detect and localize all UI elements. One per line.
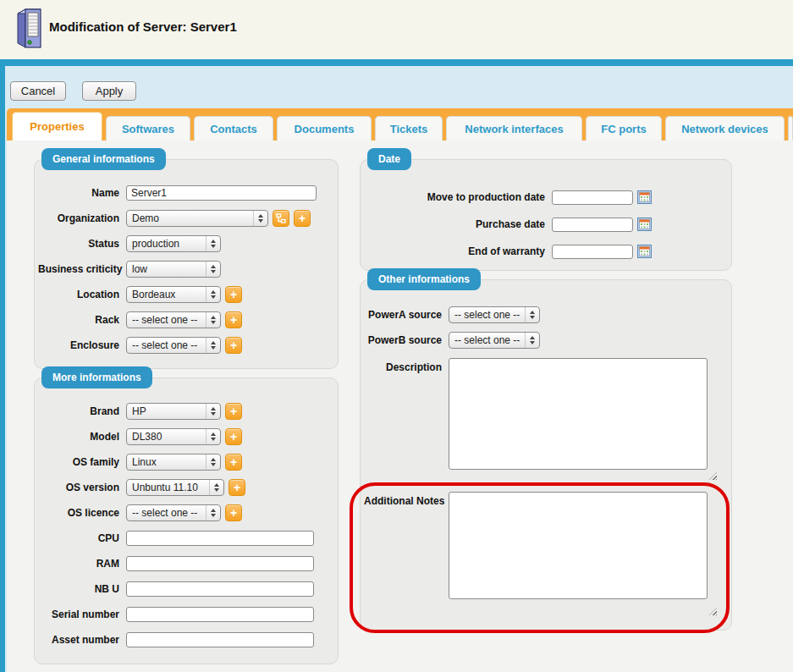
organization-hierarchy-button[interactable] xyxy=(273,210,289,227)
field-row-ram: RAM xyxy=(35,551,338,576)
field-row-brand: Brand HP + xyxy=(35,399,338,424)
tab-network-devices[interactable]: Network devices xyxy=(665,116,785,140)
add-brand-button[interactable]: + xyxy=(225,403,242,420)
nb-u-input[interactable] xyxy=(126,581,314,597)
field-row-os-version: OS version Unbuntu 11.10 + xyxy=(35,475,338,500)
field-label: Move to production date xyxy=(364,191,552,203)
fieldset-date: Date Move to production date Purchase da… xyxy=(360,159,732,271)
field-row-model: Model DL380 + xyxy=(35,424,338,449)
field-row-serial-number: Serial number xyxy=(35,602,338,627)
asset-number-input[interactable] xyxy=(126,632,314,647)
field-row-business-criticity: Business criticity low xyxy=(35,256,338,282)
tab-partial[interactable] xyxy=(788,116,793,140)
tab-softwares[interactable]: Softwares xyxy=(106,116,190,140)
cancel-button[interactable]: Cancel xyxy=(10,81,66,101)
modification-page: Modification of Server: Server1 Cancel A… xyxy=(0,0,793,672)
select-spinner-icon xyxy=(206,429,220,444)
left-edge-bar xyxy=(0,66,5,672)
tab-contacts[interactable]: Contacts xyxy=(194,116,273,140)
location-select[interactable]: Bordeaux xyxy=(126,286,221,303)
brand-select[interactable]: HP xyxy=(126,403,221,420)
field-label: RAM xyxy=(38,558,126,570)
add-os-version-button[interactable]: + xyxy=(229,479,245,496)
os-licence-select[interactable]: -- select one -- xyxy=(126,504,221,521)
field-row-end-of-warranty: End of warranty xyxy=(361,238,731,265)
add-rack-button[interactable]: + xyxy=(225,311,242,328)
field-label: Business criticity xyxy=(38,263,126,275)
add-os-licence-button[interactable]: + xyxy=(225,504,242,521)
powera-source-select[interactable]: -- select one -- xyxy=(449,306,540,323)
os-version-select[interactable]: Unbuntu 11.10 xyxy=(126,479,224,496)
select-spinner-icon xyxy=(206,312,220,328)
field-label: Name xyxy=(38,187,126,199)
add-model-button[interactable]: + xyxy=(225,428,242,445)
move-to-production-date-picker-button[interactable] xyxy=(636,190,652,205)
field-label: Status xyxy=(38,238,126,250)
ram-input[interactable] xyxy=(126,556,314,571)
select-spinner-icon xyxy=(206,236,220,251)
select-spinner-icon xyxy=(206,505,220,521)
powerb-source-select[interactable]: -- select one -- xyxy=(449,332,540,349)
os-family-select[interactable]: Linux xyxy=(126,454,221,471)
fieldset-general-informations: General informations Name Organization D… xyxy=(34,159,339,369)
tab-properties[interactable]: Properties xyxy=(12,112,102,140)
select-spinner-icon xyxy=(206,404,220,419)
add-organization-button[interactable]: + xyxy=(294,210,311,227)
move-to-production-date-input[interactable] xyxy=(552,190,633,205)
field-label: Model xyxy=(38,431,126,443)
fieldset-title: Other informations xyxy=(367,268,481,290)
additional-notes-textarea[interactable] xyxy=(449,492,708,599)
field-row-os-licence: OS licence -- select one -- + xyxy=(35,500,338,526)
organization-select[interactable]: Demo xyxy=(126,210,268,227)
plus-icon: + xyxy=(230,313,237,328)
field-row-status: Status production xyxy=(35,231,338,256)
field-row-purchase-date: Purchase date xyxy=(361,211,731,238)
fieldset-title: More informations xyxy=(41,366,152,388)
serial-number-input[interactable] xyxy=(126,607,314,622)
model-select[interactable]: DL380 xyxy=(126,428,221,445)
end-of-warranty-input[interactable] xyxy=(552,245,633,259)
server-icon xyxy=(11,7,47,51)
plus-icon: + xyxy=(230,288,237,302)
calendar-icon xyxy=(637,190,652,204)
business-criticity-select[interactable]: low xyxy=(126,261,221,278)
purchase-date-input[interactable] xyxy=(552,218,633,232)
cpu-input[interactable] xyxy=(126,531,314,546)
end-of-warranty-picker-button[interactable] xyxy=(636,245,652,259)
plus-icon: + xyxy=(299,212,306,226)
select-spinner-icon xyxy=(206,287,220,302)
field-row-nb-u: NB U xyxy=(35,576,338,602)
field-label: Organization xyxy=(38,212,126,224)
name-input[interactable] xyxy=(126,185,317,201)
field-row-description: Description xyxy=(361,358,731,470)
add-location-button[interactable]: + xyxy=(225,286,242,303)
add-enclosure-button[interactable]: + xyxy=(225,337,242,354)
field-row-asset-number: Asset number xyxy=(35,627,338,653)
field-label: Enclosure xyxy=(38,339,126,351)
field-label: Serial number xyxy=(38,609,126,620)
select-spinner-icon xyxy=(253,211,267,226)
description-textarea[interactable] xyxy=(449,358,708,470)
field-label: Location xyxy=(38,289,126,300)
select-spinner-icon xyxy=(525,307,539,322)
field-label: OS family xyxy=(38,456,126,468)
tab-fc-ports[interactable]: FC ports xyxy=(586,116,662,140)
select-spinner-icon xyxy=(206,262,220,277)
select-spinner-icon xyxy=(209,480,223,495)
calendar-icon xyxy=(637,245,652,258)
field-label: CPU xyxy=(38,532,126,544)
tab-documents[interactable]: Documents xyxy=(277,116,372,140)
add-os-family-button[interactable]: + xyxy=(225,454,242,471)
tab-tickets[interactable]: Tickets xyxy=(375,116,443,140)
plus-icon: + xyxy=(230,405,237,419)
hierarchy-icon xyxy=(276,213,286,223)
enclosure-select[interactable]: -- select one -- xyxy=(126,337,221,354)
field-label: Asset number xyxy=(38,634,126,646)
rack-select[interactable]: -- select one -- xyxy=(126,311,221,328)
apply-button[interactable]: Apply xyxy=(82,81,136,101)
tab-network-interfaces[interactable]: Network interfaces xyxy=(446,116,582,140)
status-select[interactable]: production xyxy=(126,235,221,252)
properties-panel: General informations Name Organization D… xyxy=(7,140,793,672)
select-spinner-icon xyxy=(206,454,220,470)
purchase-date-picker-button[interactable] xyxy=(636,218,652,232)
